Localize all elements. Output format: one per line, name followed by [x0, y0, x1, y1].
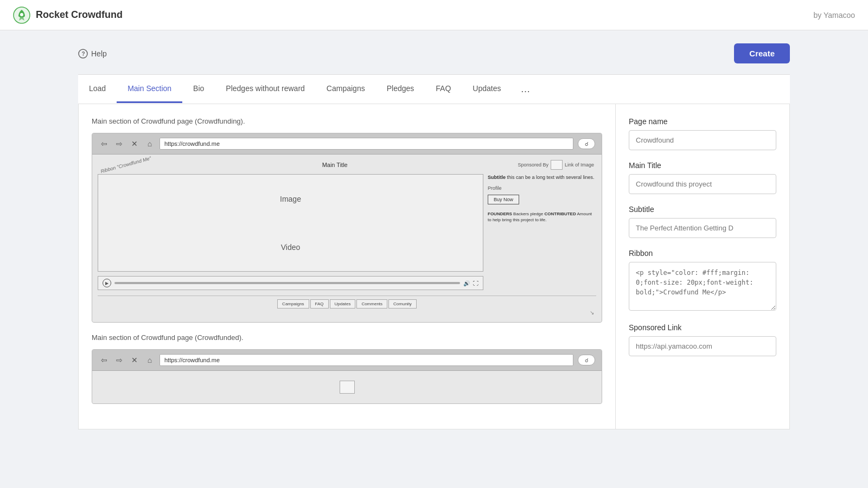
- link-of-image-text: Link of Image: [565, 162, 594, 168]
- create-button[interactable]: Create: [734, 43, 790, 63]
- back-icon-2[interactable]: ⇦: [99, 355, 110, 365]
- close-icon[interactable]: ✕: [129, 138, 140, 149]
- page-body: Image Video ▶ 🔊 ⛶: [98, 174, 596, 290]
- sponsored-link-label: Sponsored Link: [629, 323, 776, 332]
- nav-faq[interactable]: FAQ: [310, 299, 329, 309]
- section-label-1: Main section of Crowdfund page (Crowdfun…: [92, 117, 602, 125]
- tab-faq[interactable]: FAQ: [425, 75, 462, 103]
- nav-updates[interactable]: Updates: [330, 299, 356, 309]
- founders-text: FOUNDERS Backers pledge CONTRIBUTED Amou…: [488, 211, 596, 223]
- main-title-label: Main Title: [629, 161, 776, 170]
- forward-icon[interactable]: ⇨: [114, 138, 125, 149]
- section-label-2: Main section of Crowdfund page (Crowdfun…: [92, 333, 602, 342]
- subtitle-label: Subtitle: [629, 205, 776, 214]
- nav-comunity[interactable]: Comunity: [388, 299, 417, 309]
- image-label: Image: [280, 195, 301, 203]
- subtitle-field: Subtitle: [629, 205, 776, 238]
- header-by: by Yamacoo: [813, 11, 855, 20]
- nav-comments[interactable]: Comments: [356, 299, 387, 309]
- svg-point-1: [20, 13, 23, 16]
- browser-url-input[interactable]: [159, 138, 573, 150]
- tab-campaigns[interactable]: Campaigns: [316, 75, 376, 103]
- tab-main-section[interactable]: Main Section: [117, 75, 182, 103]
- page-left-col: Image Video ▶ 🔊 ⛶: [98, 174, 483, 290]
- rocket-logo-icon: [13, 7, 30, 24]
- fullscreen-icon[interactable]: ⛶: [473, 280, 478, 286]
- nav-campaigns[interactable]: Campaigns: [277, 299, 309, 309]
- profile-label: Profile: [488, 185, 596, 191]
- image-video-box: Image Video: [98, 174, 483, 272]
- subtitle-input[interactable]: [629, 218, 776, 238]
- video-label: Video: [281, 243, 301, 252]
- browser-mockup-1: ⇦ ⇨ ✕ ⌂ ☌ Ribbon "Crowdfund Me" Main Tit…: [92, 133, 602, 323]
- page-name-field: Page name: [629, 117, 776, 150]
- tab-more-button[interactable]: …: [512, 75, 540, 104]
- volume-icon[interactable]: 🔊: [463, 280, 470, 286]
- browser-search-icon[interactable]: ☌: [578, 138, 595, 149]
- tab-pledges[interactable]: Pledges: [376, 75, 425, 103]
- main-title-field: Main Title: [629, 161, 776, 194]
- progress-bar: [114, 282, 460, 284]
- ribbon-label: Ribbon "Crowdfund Me": [100, 156, 151, 174]
- browser-mockup-2: ⇦ ⇨ ✕ ⌂ ☌: [92, 349, 602, 404]
- page-name-input[interactable]: [629, 130, 776, 150]
- browser-search-icon-2[interactable]: ☌: [578, 355, 595, 365]
- tab-updates[interactable]: Updates: [462, 75, 512, 103]
- ribbon-field: Ribbon <p style="color: #fff;margin: 0;f…: [629, 249, 776, 312]
- page-right-col: Subtitle this can be a long text with se…: [488, 174, 596, 290]
- resize-handle-icon: ↘: [98, 309, 596, 317]
- browser-toolbar: ⇦ ⇨ ✕ ⌂ ☌: [92, 133, 602, 155]
- buy-now-button[interactable]: Buy Now: [488, 195, 519, 204]
- close-icon-2[interactable]: ✕: [129, 355, 140, 365]
- sponsored-link-input[interactable]: [629, 336, 776, 356]
- main-title-text: Main Title: [322, 162, 348, 168]
- tab-load[interactable]: Load: [78, 75, 117, 103]
- browser-nav-bar: Campaigns FAQ Updates Comments Comunity: [98, 296, 596, 309]
- sponsored-by-text: Sponsored By: [518, 162, 548, 168]
- home-icon[interactable]: ⌂: [144, 138, 155, 149]
- back-icon[interactable]: ⇦: [99, 138, 110, 149]
- browser-url-input-2[interactable]: [159, 354, 573, 366]
- help-button[interactable]: ? Help: [78, 49, 107, 59]
- home-icon-2[interactable]: ⌂: [144, 355, 155, 365]
- tab-bio[interactable]: Bio: [182, 75, 215, 103]
- ribbon-textarea[interactable]: <p style="color: #fff;margin: 0;font-siz…: [629, 262, 776, 311]
- sponsored-row: Sponsored By Link of Image: [518, 160, 594, 170]
- content-area: Main section of Crowdfund page (Crowdfun…: [78, 104, 790, 429]
- page-name-label: Page name: [629, 117, 776, 126]
- sponsored-image-box-2: [340, 381, 355, 394]
- ribbon-label-text: Ribbon: [629, 249, 776, 258]
- app-header: Rocket Crowdfund by Yamacoo: [0, 0, 868, 30]
- video-controls: ▶ 🔊 ⛶: [98, 276, 483, 290]
- subtitle-preview-text: Subtitle this can be a long text with se…: [488, 174, 596, 181]
- app-logo: Rocket Crowdfund: [13, 7, 123, 24]
- page-header-row: Ribbon "Crowdfund Me" Main Title Sponsor…: [98, 160, 596, 170]
- main-tabs: Load Main Section Bio Pledges without re…: [78, 75, 790, 104]
- left-panel: Main section of Crowdfund page (Crowdfun…: [79, 104, 616, 429]
- top-bar: ? Help Create: [78, 43, 790, 63]
- tab-pledges-no-reward[interactable]: Pledges without reward: [215, 75, 316, 103]
- svg-text:?: ?: [82, 51, 85, 57]
- sponsored-image-box: [551, 160, 563, 170]
- main-title-input[interactable]: [629, 174, 776, 194]
- browser-toolbar-2: ⇦ ⇨ ✕ ⌂ ☌: [92, 350, 602, 371]
- app-title: Rocket Crowdfund: [36, 9, 123, 21]
- help-icon: ?: [78, 49, 88, 59]
- right-panel: Page name Main Title Subtitle Ribbon <p …: [616, 104, 789, 429]
- sponsored-link-field: Sponsored Link: [629, 323, 776, 356]
- browser-page-content: Ribbon "Crowdfund Me" Main Title Sponsor…: [92, 155, 602, 322]
- forward-icon-2[interactable]: ⇨: [114, 355, 125, 365]
- browser-page-2: [92, 371, 602, 403]
- play-button[interactable]: ▶: [103, 279, 111, 287]
